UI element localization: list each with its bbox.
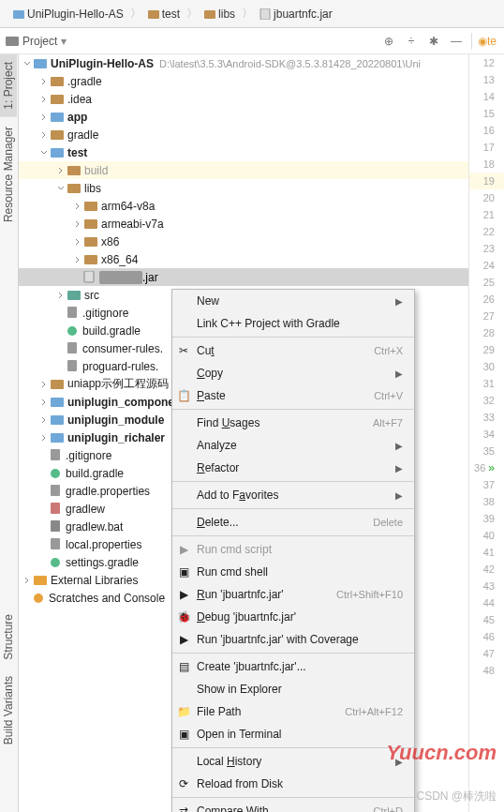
tab-structure[interactable]: Structure (0, 607, 17, 668)
chevron-icon: 〉 (242, 6, 253, 22)
line-number: 34 (469, 426, 504, 443)
menu-create-jbuartnfc-jar-[interactable]: ▤Create 'jbuartnfc.jar'... (172, 655, 414, 678)
tree-item[interactable]: .idea (19, 90, 468, 108)
line-number: 15 (469, 105, 504, 122)
cmd-icon: ▣ (176, 564, 191, 579)
tree-item-selected[interactable]: xxx__.jar.jar (19, 268, 468, 286)
svg-rect-10 (51, 148, 64, 158)
line-number: 27 (469, 308, 504, 324)
svg-rect-6 (51, 77, 64, 86)
svg-rect-17 (84, 271, 94, 282)
tree-item[interactable]: armeabi-v7a (19, 215, 468, 233)
crumb-test[interactable]: test (142, 5, 185, 23)
run-icon: ▶ (176, 632, 191, 647)
tree-item[interactable]: build (19, 161, 468, 179)
svg-rect-15 (84, 237, 97, 247)
line-number: 16 (469, 122, 504, 139)
split-icon[interactable]: ÷ (401, 31, 422, 52)
svg-rect-5 (34, 59, 47, 68)
line-number: 20 (469, 189, 504, 206)
menu-copy[interactable]: Copy▶ (172, 362, 414, 384)
crumb-libs[interactable]: libs (199, 5, 241, 23)
svg-rect-27 (51, 449, 60, 460)
menu-show-in-explorer[interactable]: Show in Explorer (172, 678, 414, 700)
menu-open-in-terminal[interactable]: ▣Open in Terminal (172, 723, 414, 745)
menu-find-usages[interactable]: Find UsagesAlt+F7 (172, 412, 414, 434)
line-number: 46 (469, 628, 504, 645)
svg-rect-16 (84, 255, 97, 264)
menu-reload-from-disk[interactable]: ⟳Reload from Disk (172, 773, 414, 795)
file-tab[interactable]: ◉ te (477, 31, 497, 52)
line-number: 13 (469, 71, 504, 88)
tree-item[interactable]: test (19, 143, 468, 161)
tab-resource-manager[interactable]: Resource Manager (0, 119, 17, 230)
menu-cut[interactable]: ✂CutCtrl+X (172, 339, 414, 362)
gear-icon[interactable]: ✱ (423, 31, 444, 52)
menu-paste[interactable]: 📋PasteCtrl+V (172, 384, 414, 407)
context-menu: New▶Link C++ Project with Gradle✂CutCtrl… (171, 289, 415, 812)
line-number: 14 (469, 88, 504, 105)
svg-rect-12 (67, 184, 81, 193)
menu-delete-[interactable]: Delete...Delete (172, 511, 414, 534)
line-number: 39 (469, 510, 504, 527)
svg-rect-14 (84, 219, 97, 229)
tree-item[interactable]: .gradle (19, 72, 468, 90)
project-toolbar: Project ▾ ⊕ ÷ ✱ — ◉ te (0, 28, 504, 54)
menu-local-history[interactable]: Local History▶ (172, 750, 414, 773)
menu-debug-jbuartnfc-jar-[interactable]: 🐞Debug 'jbuartnfc.jar' (172, 606, 414, 628)
svg-rect-2 (204, 10, 215, 19)
tree-item[interactable]: app (19, 108, 468, 126)
crumb-root[interactable]: UniPlugin-Hello-AS (7, 5, 129, 23)
line-number: 35 (469, 443, 504, 459)
line-number: 32 (469, 392, 504, 409)
menu-file-path[interactable]: 📁File PathCtrl+Alt+F12 (172, 700, 414, 723)
menu-run-jbuartnfc-jar-with-coverage[interactable]: ▶Run 'jbuartnfc.jar' with Coverage (172, 628, 414, 651)
tree-item[interactable]: libs (19, 179, 468, 197)
tree-item[interactable]: x86_64 (19, 250, 468, 268)
run-icon: ▶ (176, 542, 191, 557)
project-icon (6, 35, 19, 48)
line-number: 25 (469, 274, 504, 291)
menu-run-cmd-shell[interactable]: ▣Run cmd shell (172, 561, 414, 583)
menu-refactor[interactable]: Refactor▶ (172, 457, 414, 479)
gradle-icon (49, 556, 62, 569)
line-number: 44 (469, 594, 504, 611)
line-number: 30 (469, 358, 504, 375)
line-number: 19 (469, 173, 504, 189)
menu-add-to-favorites[interactable]: Add to Favorites▶ (172, 484, 414, 506)
run-icon: ▶ (176, 587, 191, 602)
submenu-arrow-icon: ▶ (395, 463, 403, 474)
svg-rect-23 (51, 380, 64, 389)
project-label[interactable]: Project (22, 35, 57, 48)
line-number: 21 (469, 206, 504, 223)
tab-build-variants[interactable]: Build Variants (0, 669, 17, 752)
svg-rect-31 (51, 520, 60, 532)
menu-run-jbuartnfc-jar-[interactable]: ▶Run 'jbuartnfc.jar'Ctrl+Shift+F10 (172, 583, 414, 606)
hide-icon[interactable]: — (446, 31, 467, 52)
tree-item[interactable]: gradle (19, 126, 468, 143)
debug-icon: 🐞 (176, 609, 191, 624)
svg-rect-19 (67, 307, 77, 318)
svg-rect-26 (51, 433, 64, 443)
crumb-jar[interactable]: jbuartnfc.jar (254, 5, 338, 23)
menu-link-c-project-with-gradle[interactable]: Link C++ Project with Gradle (172, 312, 414, 335)
line-number: 24 (469, 257, 504, 274)
tree-item[interactable]: x86 (19, 233, 468, 250)
chevron-icon: 〉 (130, 6, 141, 22)
svg-point-28 (51, 469, 60, 478)
svg-rect-21 (67, 342, 77, 353)
line-number: 12 (469, 54, 504, 71)
svg-rect-8 (51, 113, 64, 122)
svg-rect-3 (260, 8, 270, 20)
target-icon[interactable]: ⊕ (378, 31, 399, 52)
dropdown-icon[interactable]: ▾ (61, 35, 67, 48)
line-number: 28 (469, 324, 504, 341)
menu-compare-with-[interactable]: ⇄Compare With...Ctrl+D (172, 800, 414, 812)
menu-new[interactable]: New▶ (172, 290, 414, 312)
menu-analyze[interactable]: Analyze▶ (172, 434, 414, 457)
tab-project[interactable]: 1: Project (0, 54, 17, 117)
svg-rect-13 (84, 202, 97, 211)
tree-item[interactable]: arm64-v8a (19, 197, 468, 215)
tree-root[interactable]: UniPlugin-Hello-AS D:\latest\3.5.3\Andro… (19, 54, 468, 72)
term-icon: ▣ (176, 727, 191, 742)
